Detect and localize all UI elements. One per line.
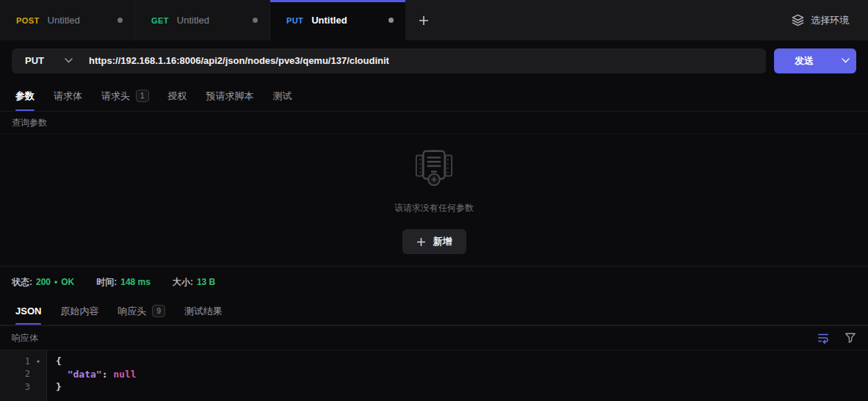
filter-funnel-icon bbox=[845, 332, 856, 344]
size-value: 13 B bbox=[197, 277, 215, 287]
tab-label: JSON bbox=[15, 306, 41, 317]
line-number: 3 bbox=[0, 382, 30, 392]
token: : bbox=[102, 369, 108, 380]
empty-params-text: 该请求没有任何参数 bbox=[394, 202, 474, 214]
tab-title: Untitled bbox=[311, 15, 380, 26]
tab-label: 测试结果 bbox=[184, 305, 223, 318]
token-null: null bbox=[107, 369, 136, 380]
size-stat: 大小: 13 B bbox=[173, 276, 215, 289]
request-tab-put-active[interactable]: PUT Untitled bbox=[270, 0, 405, 40]
tab-label: 原始内容 bbox=[60, 305, 98, 318]
response-json-editor[interactable]: 1 ▾ 2 3 { "data": null } bbox=[0, 350, 868, 401]
filter-button[interactable] bbox=[845, 332, 856, 344]
send-button[interactable]: 发送 bbox=[774, 48, 856, 73]
layers-icon bbox=[792, 14, 804, 26]
response-status-row: 状态: 200 • OK 时间: 148 ms 大小: 13 B bbox=[0, 266, 868, 297]
headers-count-badge: 1 bbox=[136, 90, 149, 102]
gutter-line: 2 bbox=[0, 368, 46, 381]
tab-authorization[interactable]: 授权 bbox=[159, 81, 197, 111]
code-line: { bbox=[56, 355, 137, 368]
environment-label: 选择环境 bbox=[811, 14, 849, 27]
request-tab-get[interactable]: GET Untitled bbox=[135, 0, 270, 40]
gutter-line: 3 bbox=[0, 380, 46, 394]
request-tab-post[interactable]: POST Untitled bbox=[0, 0, 135, 40]
indent bbox=[56, 369, 68, 380]
tab-test-results[interactable]: 测试结果 bbox=[175, 297, 232, 325]
response-body-header: 响应体 bbox=[0, 325, 868, 350]
tab-headers[interactable]: 请求头1 bbox=[92, 81, 159, 111]
tab-raw[interactable]: 原始内容 bbox=[51, 297, 108, 325]
add-param-label: 新增 bbox=[433, 235, 452, 248]
tab-label: 授权 bbox=[168, 90, 187, 103]
environment-selector[interactable]: 选择环境 bbox=[792, 0, 868, 40]
fold-caret-icon[interactable]: ▾ bbox=[30, 358, 46, 365]
size-label: 大小: bbox=[173, 276, 193, 289]
tab-json[interactable]: JSON bbox=[6, 297, 51, 325]
token-key: "data" bbox=[68, 369, 102, 380]
status-bullet: • bbox=[54, 277, 57, 287]
status-text: OK bbox=[61, 277, 74, 287]
response-body-title: 响应体 bbox=[12, 332, 38, 344]
tab-label: 请求头 bbox=[101, 90, 130, 103]
status-label: 状态: bbox=[12, 276, 32, 289]
tab-title: Untitled bbox=[48, 15, 109, 26]
url-input[interactable]: https://192.168.1.16:8006/api2/json/node… bbox=[89, 55, 389, 66]
method-select[interactable]: PUT bbox=[12, 55, 89, 66]
gutter-line: 1 ▾ bbox=[0, 355, 46, 368]
editor-gutter: 1 ▾ 2 3 bbox=[0, 350, 47, 401]
request-section-tabs: 参数 请求体 请求头1 授权 预请求脚本 测试 bbox=[0, 81, 868, 112]
send-label: 发送 bbox=[774, 48, 834, 73]
tab-body[interactable]: 请求体 bbox=[44, 81, 92, 111]
tab-title: Untitled bbox=[177, 15, 245, 26]
tab-label: 响应头 bbox=[117, 305, 146, 318]
status-code: 200 bbox=[36, 277, 51, 287]
method-value: PUT bbox=[25, 55, 44, 66]
tab-response-headers[interactable]: 响应头9 bbox=[108, 297, 175, 325]
request-tab-strip: POST Untitled GET Untitled PUT Untitled … bbox=[0, 0, 868, 40]
code-line: } bbox=[56, 380, 137, 394]
word-wrap-button[interactable] bbox=[817, 331, 830, 344]
tab-method-label: POST bbox=[16, 16, 40, 25]
add-param-button[interactable]: 新增 bbox=[402, 229, 466, 254]
tabbar-spacer bbox=[442, 0, 792, 40]
unsaved-dot-icon[interactable] bbox=[388, 18, 394, 23]
query-params-header: 查询参数 bbox=[0, 112, 868, 134]
tab-pre-request-script[interactable]: 预请求脚本 bbox=[197, 81, 264, 111]
word-wrap-icon bbox=[817, 331, 830, 344]
tab-label: 预请求脚本 bbox=[206, 90, 254, 103]
code-line: "data": null bbox=[56, 368, 137, 381]
tab-method-label: PUT bbox=[286, 16, 303, 25]
status-stat: 状态: 200 • OK bbox=[12, 276, 74, 289]
plus-icon bbox=[416, 237, 426, 247]
url-box: PUT https://192.168.1.16:8006/api2/json/… bbox=[12, 48, 766, 73]
request-url-row: PUT https://192.168.1.16:8006/api2/json/… bbox=[0, 40, 868, 81]
plus-icon bbox=[418, 15, 430, 26]
empty-params-illustration-icon bbox=[413, 146, 455, 189]
tab-tests[interactable]: 测试 bbox=[264, 81, 302, 111]
time-label: 时间: bbox=[96, 276, 117, 289]
token: } bbox=[56, 381, 62, 392]
time-stat: 时间: 148 ms bbox=[96, 276, 151, 289]
query-params-title: 查询参数 bbox=[12, 117, 47, 129]
line-number: 1 bbox=[0, 356, 30, 366]
time-value: 148 ms bbox=[120, 277, 151, 287]
chevron-down-icon bbox=[65, 58, 73, 63]
params-empty-state: 该请求没有任何参数 新增 bbox=[0, 134, 868, 266]
tab-method-label: GET bbox=[151, 16, 169, 25]
editor-code: { "data": null } bbox=[47, 350, 137, 401]
unsaved-dot-icon[interactable] bbox=[253, 18, 258, 23]
line-number: 2 bbox=[0, 369, 30, 379]
response-section-tabs: JSON 原始内容 响应头9 测试结果 bbox=[0, 297, 868, 325]
send-options-button[interactable] bbox=[834, 48, 856, 73]
tab-label: 测试 bbox=[273, 90, 292, 103]
new-tab-button[interactable] bbox=[405, 0, 442, 40]
tab-params[interactable]: 参数 bbox=[6, 81, 44, 111]
tab-label: 参数 bbox=[15, 90, 35, 103]
token: { bbox=[56, 355, 62, 366]
chevron-down-icon bbox=[842, 58, 850, 63]
tab-label: 请求体 bbox=[54, 90, 82, 103]
unsaved-dot-icon[interactable] bbox=[117, 18, 123, 23]
response-headers-count-badge: 9 bbox=[152, 305, 165, 317]
